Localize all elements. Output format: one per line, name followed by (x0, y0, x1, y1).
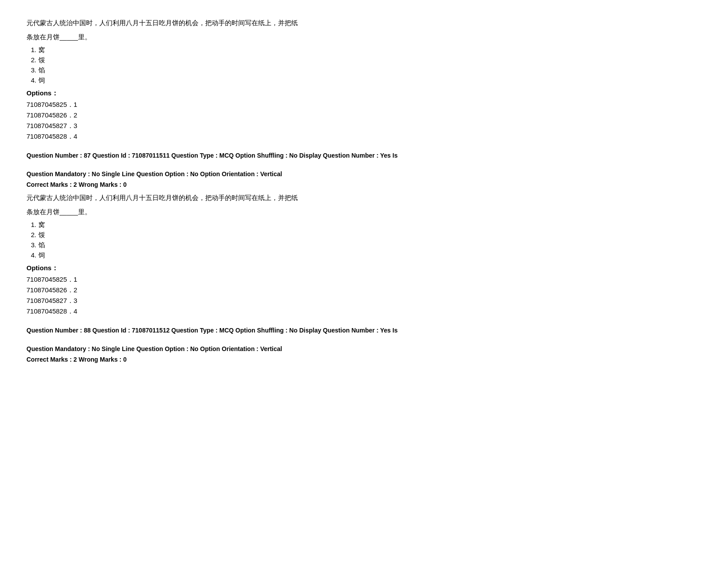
options-label-2: Options： (26, 264, 702, 272)
question-meta-2a: Question Number : 87 Question Id : 71087… (26, 151, 702, 160)
question-text-2a: 元代蒙古人统治中国时，人们利用八月十五日吃月饼的机会，把动手的时间写在纸上，并把… (26, 193, 702, 203)
option-text: 窝 (38, 221, 45, 228)
list-item: 3. 馅 (31, 241, 702, 249)
list-item: 1. 窝 (31, 221, 702, 229)
option-number: 4. (31, 251, 37, 259)
option-id: 71087045828．4 (26, 306, 702, 317)
options-list-2: 1. 窝 2. 馁 3. 馅 4. 饲 (31, 221, 702, 260)
option-id: 71087045828．4 (26, 131, 702, 142)
option-id: 71087045826．2 (26, 110, 702, 121)
option-number: 1. (31, 221, 37, 228)
list-item: 1. 窝 (31, 46, 702, 54)
option-number: 2. (31, 231, 37, 238)
correct-marks-3: Correct Marks : 2 Wrong Marks : 0 (26, 356, 702, 363)
list-item: 3. 馅 (31, 66, 702, 75)
options-label-1: Options： (26, 89, 702, 98)
option-number: 3. (31, 66, 37, 74)
option-text: 馁 (38, 231, 45, 238)
option-id: 71087045827．3 (26, 121, 702, 131)
option-id: 71087045825．1 (26, 99, 702, 110)
option-id: 71087045826．2 (26, 285, 702, 295)
correct-marks-2: Correct Marks : 2 Wrong Marks : 0 (26, 181, 702, 188)
question-text-2b: 条放在月饼_____里。 (26, 207, 702, 217)
section-2: Question Number : 87 Question Id : 71087… (26, 151, 702, 317)
option-text: 饲 (38, 251, 45, 259)
option-number: 1. (31, 46, 37, 53)
option-ids-2: 71087045825．1 71087045826．2 71087045827．… (26, 274, 702, 317)
options-list-1: 1. 窝 2. 馁 3. 馅 4. 饲 (31, 46, 702, 85)
option-number: 4. (31, 76, 37, 84)
list-item: 4. 饲 (31, 251, 702, 260)
section-3: Question Number : 88 Question Id : 71087… (26, 325, 702, 363)
option-id: 71087045825．1 (26, 274, 702, 285)
section-1: 元代蒙古人统治中国时，人们利用八月十五日吃月饼的机会，把动手的时间写在纸上，并把… (26, 18, 702, 142)
question-meta-3b: Question Mandatory : No Single Line Ques… (26, 344, 702, 354)
list-item: 2. 馁 (31, 231, 702, 239)
option-ids-1: 71087045825．1 71087045826．2 71087045827．… (26, 99, 702, 142)
option-id: 71087045827．3 (26, 295, 702, 306)
option-number: 2. (31, 56, 37, 64)
option-text: 馁 (38, 56, 45, 64)
question-text-1b: 条放在月饼_____里。 (26, 32, 702, 42)
question-meta-3a: Question Number : 88 Question Id : 71087… (26, 325, 702, 335)
option-number: 3. (31, 241, 37, 249)
option-text: 馅 (38, 66, 45, 74)
option-text: 馅 (38, 241, 45, 249)
list-item: 4. 饲 (31, 76, 702, 85)
option-text: 饲 (38, 76, 45, 84)
question-text-1a: 元代蒙古人统治中国时，人们利用八月十五日吃月饼的机会，把动手的时间写在纸上，并把… (26, 18, 702, 28)
list-item: 2. 馁 (31, 56, 702, 64)
question-meta-2b: Question Mandatory : No Single Line Ques… (26, 169, 702, 179)
option-text: 窝 (38, 46, 45, 53)
